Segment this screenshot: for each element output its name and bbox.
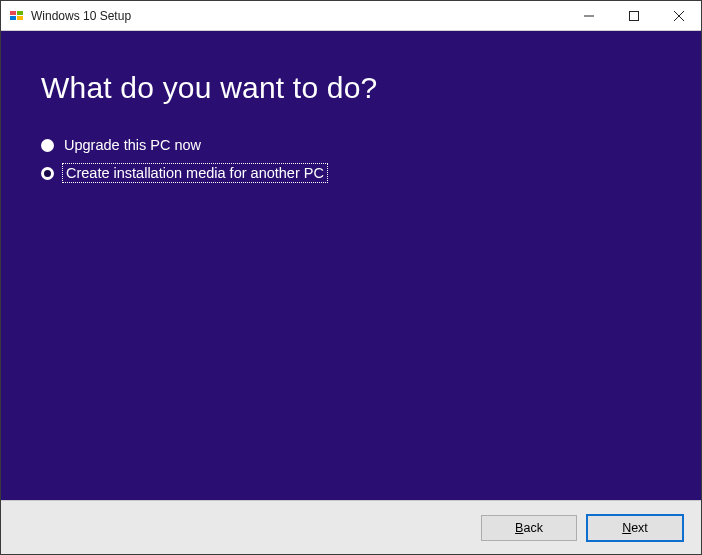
- maximize-button[interactable]: [611, 1, 656, 30]
- minimize-icon: [584, 11, 594, 21]
- close-button[interactable]: [656, 1, 701, 30]
- svg-rect-0: [10, 11, 16, 15]
- back-rest: ack: [523, 521, 542, 535]
- next-accel: N: [622, 521, 631, 535]
- next-button[interactable]: Next: [587, 515, 683, 541]
- content-area: What do you want to do? Upgrade this PC …: [1, 31, 701, 500]
- next-rest: ext: [631, 521, 648, 535]
- footer-bar: Back Next: [1, 500, 701, 554]
- setup-window: Windows 10 Setup What do you want to do?…: [0, 0, 702, 555]
- back-button[interactable]: Back: [481, 515, 577, 541]
- option-create-media[interactable]: Create installation media for another PC: [41, 165, 661, 181]
- radio-label: Upgrade this PC now: [64, 137, 201, 153]
- radio-icon: [41, 167, 54, 180]
- option-upgrade-now[interactable]: Upgrade this PC now: [41, 137, 661, 153]
- options-group: Upgrade this PC now Create installation …: [41, 137, 661, 181]
- app-icon: [9, 8, 25, 24]
- minimize-button[interactable]: [566, 1, 611, 30]
- window-title: Windows 10 Setup: [31, 9, 131, 23]
- client-area: What do you want to do? Upgrade this PC …: [1, 31, 701, 554]
- page-heading: What do you want to do?: [41, 71, 661, 105]
- titlebar: Windows 10 Setup: [1, 1, 701, 31]
- radio-label: Create installation media for another PC: [64, 165, 326, 181]
- svg-rect-3: [17, 16, 23, 20]
- svg-rect-4: [629, 11, 638, 20]
- radio-icon: [41, 139, 54, 152]
- svg-rect-2: [10, 16, 16, 20]
- svg-rect-1: [17, 11, 23, 15]
- close-icon: [674, 11, 684, 21]
- maximize-icon: [629, 11, 639, 21]
